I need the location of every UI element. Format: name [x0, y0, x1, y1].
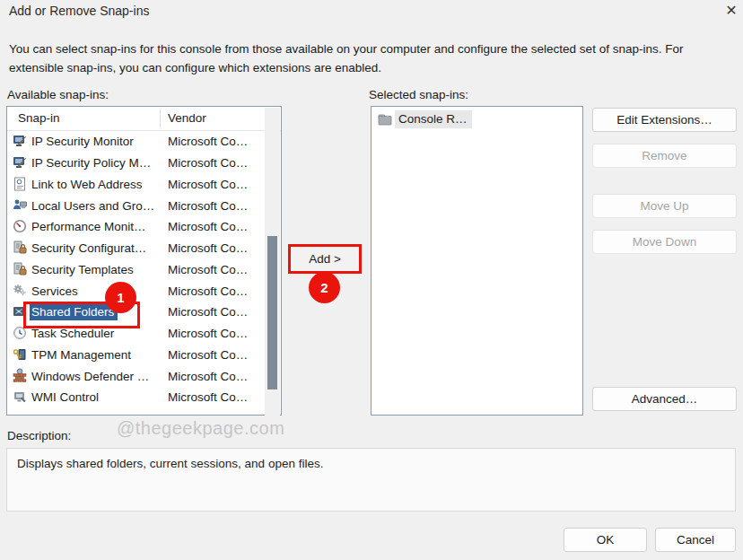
cancel-button[interactable]: Cancel — [655, 528, 736, 552]
remove-button[interactable]: Remove — [592, 144, 737, 168]
services-icon — [13, 283, 27, 297]
snapin-row[interactable]: Shared FoldersMicrosoft Co… — [7, 302, 266, 323]
list-item-console-root[interactable]: Console R… — [375, 110, 472, 128]
move-up-button[interactable]: Move Up — [592, 194, 737, 218]
snapin-row[interactable]: Performance Monit…Microsoft Co… — [7, 216, 266, 238]
snapin-name: IP Security Monitor — [31, 135, 134, 148]
ok-button[interactable]: OK — [564, 528, 647, 552]
link-web-address-icon — [13, 177, 27, 191]
snapin-row[interactable]: IP Security MonitorMicrosoft Co… — [7, 131, 266, 153]
snapin-row[interactable]: IP Security Policy M…Microsoft Co… — [7, 153, 266, 174]
security-configuration-icon — [13, 241, 27, 255]
snapin-name: Local Users and Gro… — [31, 199, 154, 213]
snapin-vendor: Microsoft Co… — [168, 263, 248, 276]
snapin-name: Security Configurat… — [31, 241, 146, 255]
advanced-button[interactable]: Advanced… — [592, 387, 737, 411]
available-rows: IP Security MonitorMicrosoft Co…IP Secur… — [7, 131, 266, 408]
snapin-name: Security Templates — [31, 263, 134, 276]
description-text: Displays shared folders, current session… — [17, 457, 323, 470]
snapin-vendor: Microsoft Co… — [168, 327, 248, 340]
snapin-vendor: Microsoft Co… — [168, 178, 248, 191]
available-snapins-label: Available snap-ins: — [7, 88, 109, 101]
performance-monitor-icon — [13, 219, 27, 233]
annotation-step-badge-1: 1 — [105, 282, 136, 313]
snapin-vendor: Microsoft Co… — [168, 284, 248, 298]
ip-security-policy-icon — [13, 155, 27, 170]
snapin-row[interactable]: Security TemplatesMicrosoft Co… — [7, 259, 266, 281]
annotation-step-badge-2: 2 — [309, 272, 340, 303]
tpm-management-icon — [13, 347, 27, 362]
snapin-vendor: Microsoft Co… — [168, 348, 248, 362]
column-header-vendor[interactable]: Vendor — [168, 111, 206, 125]
list-item-label: Console R… — [395, 110, 472, 128]
scrollbar-thumb[interactable] — [267, 236, 277, 389]
selected-snapins-list: Console R… — [371, 106, 583, 416]
snapin-vendor: Microsoft Co… — [168, 305, 248, 319]
snapin-row[interactable]: ServicesMicrosoft Co… — [7, 280, 266, 302]
snapin-vendor: Microsoft Co… — [168, 156, 248, 170]
watermark-text: @thegeekpage.com — [117, 418, 284, 439]
snapin-name: TPM Management — [31, 348, 131, 362]
snapin-row[interactable]: TPM ManagementMicrosoft Co… — [7, 345, 266, 366]
list-header: Snap-in Vendor — [7, 107, 281, 130]
add-remove-snapins-dialog: Add or Remove Snap-ins ✕ You can select … — [0, 0, 743, 560]
intro-text: You can select snap-ins for this console… — [9, 39, 736, 77]
snapin-name: Windows Defender … — [31, 370, 149, 383]
selected-snapins-label: Selected snap-ins: — [369, 88, 468, 101]
shared-folders-icon — [13, 304, 27, 319]
snapin-vendor: Microsoft Co… — [168, 220, 248, 233]
snapin-vendor: Microsoft Co… — [168, 241, 248, 255]
snapin-name: Link to Web Address — [31, 178, 143, 191]
local-users-groups-icon — [13, 197, 27, 212]
edit-extensions-button[interactable]: Edit Extensions… — [592, 108, 737, 132]
description-box: Displays shared folders, current session… — [6, 448, 736, 512]
snapin-vendor: Microsoft Co… — [168, 390, 248, 404]
wmi-control-icon — [13, 389, 27, 404]
snapin-row[interactable]: Windows Defender …Microsoft Co… — [7, 365, 266, 387]
add-button[interactable]: Add > — [292, 248, 358, 270]
move-down-button[interactable]: Move Down — [592, 230, 737, 254]
snapin-name: Services — [31, 284, 78, 298]
snapin-name: WMI Control — [31, 390, 99, 404]
snapin-row[interactable]: Security Configurat…Microsoft Co… — [7, 238, 266, 259]
snapin-name: Shared Folders — [30, 304, 118, 320]
task-scheduler-icon — [13, 326, 27, 340]
column-header-snapin[interactable]: Snap-in — [18, 111, 60, 125]
snapin-name: Performance Monit… — [31, 220, 146, 233]
snapin-name: IP Security Policy M… — [31, 156, 151, 170]
snapin-name: Task Scheduler — [31, 327, 114, 340]
vertical-scrollbar[interactable] — [265, 108, 280, 416]
snapin-vendor: Microsoft Co… — [168, 370, 248, 383]
snapin-vendor: Microsoft Co… — [168, 135, 248, 148]
console-root-folder-icon — [378, 112, 392, 127]
snapin-vendor: Microsoft Co… — [168, 199, 248, 213]
security-templates-icon — [13, 262, 27, 276]
description-label: Description: — [7, 429, 71, 442]
snapin-row[interactable]: WMI ControlMicrosoft Co… — [7, 387, 266, 408]
column-divider — [160, 109, 161, 127]
ip-security-monitor-icon — [13, 134, 27, 148]
dialog-title: Add or Remove Snap-ins — [9, 4, 149, 18]
snapin-row[interactable]: Task SchedulerMicrosoft Co… — [7, 323, 266, 345]
snapin-row[interactable]: Link to Web AddressMicrosoft Co… — [7, 174, 266, 196]
available-snapins-list: Snap-in Vendor IP Security MonitorMicros… — [6, 106, 282, 416]
close-icon[interactable]: ✕ — [721, 1, 741, 21]
snapin-row[interactable]: Local Users and Gro…Microsoft Co… — [7, 195, 266, 216]
windows-defender-icon — [13, 368, 27, 382]
